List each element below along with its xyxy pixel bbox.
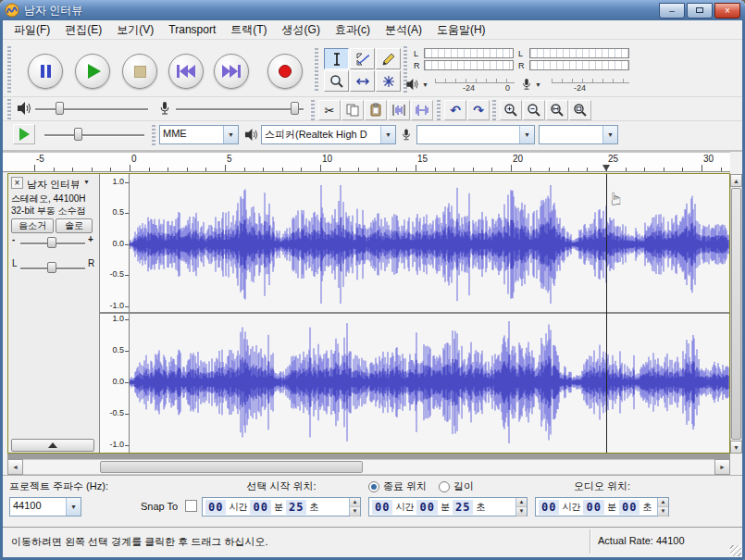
menu-analyze[interactable]: 분석(A)	[378, 20, 429, 40]
menu-effect[interactable]: 효과(c)	[328, 20, 378, 40]
skip-end-button[interactable]	[214, 54, 249, 89]
timeline-ruler[interactable]	[3, 152, 730, 172]
selection-tool-button[interactable]	[324, 48, 349, 69]
scroll-left-button[interactable]: ◄	[7, 459, 23, 475]
record-meter-dropdown-icon[interactable]: ▼	[535, 81, 541, 88]
minimize-button[interactable]: –	[659, 3, 685, 19]
draw-tool-button[interactable]	[376, 48, 401, 69]
chevron-down-icon[interactable]: ▼	[602, 126, 617, 143]
playback-speed-slider[interactable]	[44, 134, 144, 136]
menu-generate[interactable]: 생성(G)	[275, 20, 328, 40]
output-device-select[interactable]: 스피커(Realtek High D▼	[261, 125, 396, 144]
title-bar[interactable]: 남자 인터뷰 – ×	[0, 0, 745, 20]
time-minutes[interactable]: 00	[583, 500, 603, 515]
fit-selection-button[interactable]	[546, 100, 568, 120]
maximize-button[interactable]	[687, 3, 713, 19]
edit-toolbar-grip[interactable]	[311, 100, 315, 120]
zoom-tool-button[interactable]	[324, 70, 349, 92]
mute-button[interactable]: 음소거	[11, 218, 54, 233]
time-seconds[interactable]: 00	[619, 500, 639, 515]
zoom-in-button[interactable]	[500, 100, 522, 120]
input-device-select[interactable]: ▼	[416, 125, 535, 144]
fit-project-button[interactable]	[569, 100, 591, 120]
input-volume-slider[interactable]	[176, 108, 304, 110]
playback-meter-l[interactable]	[424, 48, 514, 58]
playback-speed-thumb[interactable]	[74, 128, 82, 141]
tools-toolbar-grip[interactable]	[315, 48, 318, 91]
zoom-out-button[interactable]	[523, 100, 545, 120]
play-at-speed-button[interactable]	[13, 124, 35, 144]
radio-end-position[interactable]: 종료 위치	[368, 479, 427, 493]
time-seconds[interactable]: 25	[453, 500, 473, 515]
input-volume-thumb[interactable]	[291, 102, 299, 115]
device-toolbar-grip[interactable]	[152, 125, 155, 145]
time-spinner[interactable]: ▲▼	[515, 498, 527, 516]
record-meter-l[interactable]	[529, 48, 629, 58]
audio-position-time[interactable]: 00 시간 00 분 00 초 ▲▼	[535, 497, 669, 516]
solo-button[interactable]: 솔로	[56, 218, 93, 233]
envelope-tool-button[interactable]	[350, 48, 375, 69]
cut-button[interactable]: ✂	[318, 100, 341, 120]
gain-slider-thumb[interactable]	[47, 237, 56, 248]
timeshift-tool-button[interactable]	[350, 70, 375, 92]
chevron-down-icon[interactable]: ▼	[66, 498, 81, 516]
menu-transport[interactable]: Transport	[161, 21, 223, 38]
track-collapse-button[interactable]	[11, 439, 94, 452]
pan-slider-thumb[interactable]	[47, 262, 56, 273]
scroll-up-button[interactable]: ▲	[730, 174, 742, 187]
transport-toolbar-grip[interactable]	[7, 46, 11, 94]
audio-host-select[interactable]: MME▼	[159, 125, 239, 144]
input-channels-select[interactable]: ▼	[539, 125, 618, 144]
mixer-toolbar-grip[interactable]	[7, 99, 11, 119]
stop-button[interactable]	[122, 54, 157, 89]
paste-button[interactable]	[365, 100, 387, 120]
menu-tracks[interactable]: 트랙(T)	[223, 20, 274, 40]
time-hours[interactable]: 00	[539, 500, 559, 515]
playback-meter-r[interactable]	[424, 60, 514, 70]
copy-button[interactable]	[341, 100, 364, 120]
time-spinner[interactable]: ▲▼	[349, 498, 360, 516]
radio-length[interactable]: 길이	[439, 479, 474, 493]
chevron-down-icon[interactable]: ▼	[380, 126, 395, 143]
silence-button[interactable]	[411, 100, 433, 120]
time-seconds[interactable]: 25	[286, 500, 306, 515]
playback-meter-dropdown-icon[interactable]: ▼	[422, 81, 428, 88]
trim-button[interactable]	[388, 100, 410, 120]
menu-help[interactable]: 도움말(H)	[429, 20, 493, 40]
stereo-waveform[interactable]	[130, 175, 729, 453]
scroll-right-button[interactable]: ►	[714, 459, 730, 475]
snap-to-checkbox[interactable]	[185, 500, 197, 512]
record-button[interactable]	[267, 54, 303, 89]
close-button[interactable]: ×	[714, 3, 740, 19]
menu-edit[interactable]: 편집(E)	[57, 20, 109, 40]
speaker-icon[interactable]	[405, 78, 419, 91]
scroll-down-button[interactable]: ▼	[730, 441, 742, 454]
horizontal-scroll-thumb[interactable]	[100, 461, 363, 473]
mic-icon[interactable]	[520, 78, 533, 91]
chevron-down-icon[interactable]: ▼	[223, 126, 238, 143]
output-volume-thumb[interactable]	[56, 102, 64, 115]
track-menu-dropdown-icon[interactable]: ▼	[83, 179, 90, 185]
resize-grip[interactable]	[730, 545, 741, 556]
menu-view[interactable]: 보기(V)	[109, 20, 161, 40]
time-hours[interactable]: 00	[372, 500, 392, 515]
pause-button[interactable]	[28, 54, 63, 89]
chevron-down-icon[interactable]: ▼	[519, 126, 534, 143]
selection-end-time[interactable]: 00 시간 00 분 25 초 ▲▼	[368, 497, 528, 516]
project-rate-select[interactable]: 44100▼	[9, 497, 81, 516]
skip-start-button[interactable]	[168, 54, 204, 89]
output-volume-slider[interactable]	[35, 108, 148, 110]
time-hours[interactable]: 00	[205, 500, 226, 515]
track-name[interactable]: 남자 인터뷰	[27, 178, 79, 192]
play-button[interactable]	[75, 54, 110, 89]
multi-tool-button[interactable]	[376, 70, 401, 92]
undo-button[interactable]: ↶	[444, 100, 466, 120]
redo-button[interactable]: ↷	[467, 100, 490, 120]
time-minutes[interactable]: 00	[250, 500, 270, 515]
time-spinner[interactable]: ▲▼	[657, 498, 668, 516]
vertical-scroll-thumb[interactable]	[731, 188, 741, 440]
menu-file[interactable]: 파일(F)	[6, 20, 57, 40]
track-close-button[interactable]: ×	[11, 177, 23, 189]
time-minutes[interactable]: 00	[416, 500, 437, 515]
record-meter-r[interactable]	[529, 60, 629, 70]
